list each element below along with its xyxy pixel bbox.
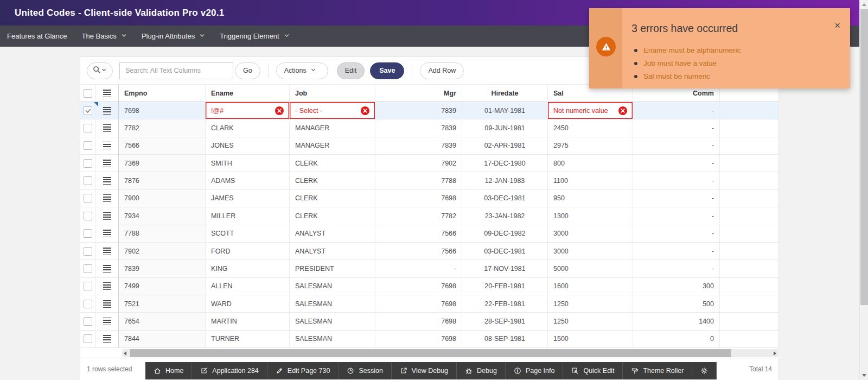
cell-ename[interactable]: TURNER [206, 331, 290, 348]
cell-empno[interactable]: 7698 [119, 102, 206, 119]
cell-sal[interactable]: 2450 [548, 119, 633, 137]
cell-hiredate[interactable]: 12-JAN-1983 [462, 172, 548, 189]
cell-job[interactable]: ANALYST [290, 225, 375, 243]
cell-sal[interactable]: 3000 [548, 225, 633, 243]
row-checkbox[interactable] [84, 300, 92, 308]
devbar-home[interactable]: Home [145, 362, 192, 379]
cell-comm[interactable]: - [633, 102, 720, 119]
cell-hiredate[interactable]: 17-NOV-1981 [462, 260, 548, 277]
cell-mgr[interactable]: 7902 [375, 155, 462, 172]
row-checkbox[interactable] [84, 334, 92, 343]
cell-comm[interactable]: - [633, 119, 720, 137]
cell-ename[interactable]: CLARK [206, 119, 290, 137]
row-actions-button[interactable] [96, 243, 119, 260]
cell-comm[interactable]: - [633, 207, 720, 225]
cell-job[interactable]: CLERK [290, 190, 375, 207]
row-actions-button[interactable] [96, 207, 119, 225]
row-checkbox[interactable] [84, 229, 92, 238]
cell-empno[interactable]: 7934 [119, 207, 206, 225]
row-checkbox[interactable] [84, 141, 92, 150]
cell-sal[interactable]: 2975 [548, 137, 633, 155]
cell-mgr[interactable]: 7698 [375, 313, 462, 330]
select-all-checkbox[interactable] [84, 89, 92, 98]
horizontal-scrollbar-thumb[interactable] [130, 349, 731, 357]
cell-sal[interactable]: 1500 [548, 331, 633, 348]
cell-empno[interactable]: 7782 [119, 119, 206, 137]
row-actions-button[interactable] [96, 190, 119, 207]
nav-item-the-basics[interactable]: The Basics [82, 32, 127, 40]
scroll-left-arrow-icon[interactable] [124, 351, 126, 356]
cell-sal[interactable]: 1250 [548, 313, 633, 330]
cell-mgr[interactable]: 7566 [375, 225, 462, 243]
cell-comm[interactable]: - [633, 190, 720, 207]
cell-mgr[interactable]: 7698 [375, 278, 462, 295]
devbar-quick-edit[interactable]: Quick Edit [563, 362, 623, 379]
row-checkbox[interactable] [84, 247, 92, 256]
sal-error-cell[interactable]: Not numeric value [548, 102, 633, 119]
row-checkbox[interactable] [84, 212, 92, 220]
cell-sal[interactable]: 950 [548, 190, 633, 207]
ename-error-cell[interactable]: !@# [206, 102, 290, 119]
cell-sal[interactable]: 1100 [548, 172, 633, 189]
cell-ename[interactable]: KING [206, 260, 290, 277]
cell-ename[interactable]: MILLER [206, 207, 290, 225]
cell-job[interactable]: CLERK [290, 207, 375, 225]
row-actions-button[interactable] [96, 172, 119, 189]
actions-menu-button[interactable]: Actions [276, 62, 328, 79]
cell-comm[interactable]: - [633, 172, 720, 189]
row-checkbox[interactable] [84, 159, 92, 168]
devbar-settings[interactable] [692, 362, 717, 379]
row-actions-button[interactable] [96, 331, 119, 348]
save-button[interactable]: Save [370, 62, 404, 79]
devbar-theme-roller[interactable]: Theme Roller [623, 362, 692, 379]
cell-mgr[interactable]: 7788 [375, 172, 462, 189]
cell-comm[interactable]: 500 [633, 295, 720, 313]
devbar-edit-page[interactable]: Edit Page 730 [267, 362, 339, 379]
cell-empno[interactable]: 7521 [119, 295, 206, 313]
cell-ename[interactable]: SMITH [206, 155, 290, 172]
cell-sal[interactable]: 5000 [548, 260, 633, 277]
vertical-scrollbar[interactable] [859, 0, 868, 380]
cell-comm[interactable]: 300 [633, 278, 720, 295]
cell-empno[interactable]: 7844 [119, 331, 206, 348]
cell-hiredate[interactable]: 17-DEC-1980 [462, 155, 548, 172]
row-actions-button[interactable] [96, 155, 119, 172]
cell-ename[interactable]: FORD [206, 243, 290, 260]
cell-mgr[interactable]: 7698 [375, 295, 462, 313]
cell-mgr[interactable]: 7698 [375, 331, 462, 348]
cell-ename[interactable]: JONES [206, 137, 290, 155]
cell-ename[interactable]: ADAMS [206, 172, 290, 189]
cell-ename[interactable]: JAMES [206, 190, 290, 207]
cell-comm[interactable]: 0 [633, 331, 720, 348]
edit-button[interactable]: Edit [337, 62, 365, 79]
devbar-page-info[interactable]: Page Info [506, 362, 564, 379]
cell-ename[interactable]: SCOTT [206, 225, 290, 243]
cell-empno[interactable]: 7369 [119, 155, 206, 172]
cell-comm[interactable]: - [633, 243, 720, 260]
row-actions-button[interactable] [96, 313, 119, 330]
cell-empno[interactable]: 7902 [119, 243, 206, 260]
cell-mgr[interactable]: 7566 [375, 243, 462, 260]
cell-job[interactable]: SALESMAN [290, 313, 375, 330]
row-checkbox[interactable] [84, 282, 92, 290]
go-button[interactable]: Go [235, 62, 260, 79]
column-header-job[interactable]: Job [290, 85, 375, 102]
row-checkbox[interactable] [84, 106, 92, 115]
cell-job[interactable]: SALESMAN [290, 331, 375, 348]
cell-job[interactable]: ANALYST [290, 243, 375, 260]
row-checkbox[interactable] [84, 194, 92, 202]
cell-sal[interactable]: 1250 [548, 295, 633, 313]
cell-job[interactable]: SALESMAN [290, 278, 375, 295]
cell-job[interactable]: MANAGER [290, 119, 375, 137]
row-actions-button[interactable] [96, 295, 119, 313]
cell-job[interactable]: CLERK [290, 155, 375, 172]
cell-sal[interactable]: 1600 [548, 278, 633, 295]
nav-item-plug-in-attributes[interactable]: Plug-in Attributes [142, 32, 205, 40]
devbar-session[interactable]: Session [339, 362, 391, 379]
scroll-up-arrow-icon[interactable] [862, 3, 866, 6]
grid-menu-icon[interactable] [103, 90, 111, 97]
cell-empno[interactable]: 7788 [119, 225, 206, 243]
cell-empno[interactable]: 7876 [119, 172, 206, 189]
column-header-ename[interactable]: Ename [206, 85, 290, 102]
cell-mgr[interactable]: 7782 [375, 207, 462, 225]
